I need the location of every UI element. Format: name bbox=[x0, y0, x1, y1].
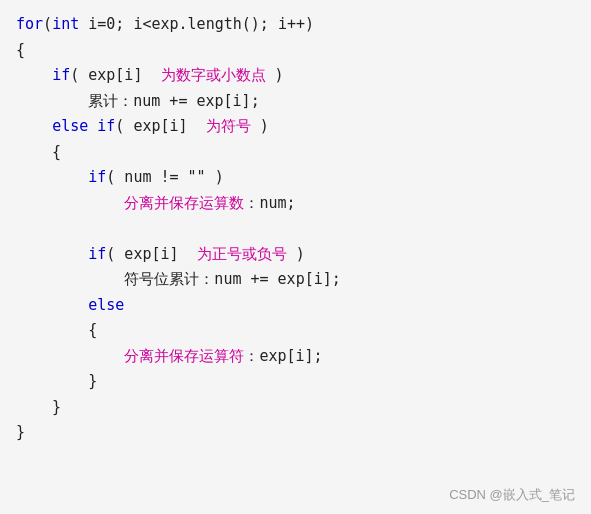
keyword-if-1: if bbox=[52, 66, 70, 84]
code-line-17: } bbox=[16, 420, 575, 446]
code-line-9 bbox=[16, 216, 575, 242]
code-line-7: if( num != "" ) bbox=[16, 165, 575, 191]
code-line-12: else bbox=[16, 293, 575, 319]
code-line-10: if( exp[i] 为正号或负号 ) bbox=[16, 242, 575, 268]
code-line-6: { bbox=[16, 140, 575, 166]
code-container: for(int i=0; i<exp.length(); i++) { if( … bbox=[0, 0, 591, 514]
code-block: for(int i=0; i<exp.length(); i++) { if( … bbox=[16, 12, 575, 446]
keyword-if-2: if bbox=[97, 117, 115, 135]
code-line-15: } bbox=[16, 369, 575, 395]
code-line-14: 分离并保存运算符：exp[i]; bbox=[16, 344, 575, 370]
code-line-3: if( exp[i] 为数字或小数点 ) bbox=[16, 63, 575, 89]
keyword-int: int bbox=[52, 15, 79, 33]
comment-digit: 为数字或小数点 bbox=[161, 66, 266, 84]
watermark: CSDN @嵌入式_笔记 bbox=[449, 486, 575, 504]
code-line-2: { bbox=[16, 38, 575, 64]
code-line-5: else if( exp[i] 为符号 ) bbox=[16, 114, 575, 140]
code-line-4: 累计：num += exp[i]; bbox=[16, 89, 575, 115]
comment-save-op: 分离并保存运算符 bbox=[124, 347, 244, 365]
keyword-if-3: if bbox=[88, 168, 106, 186]
code-line-16: } bbox=[16, 395, 575, 421]
code-line-1: for(int i=0; i<exp.length(); i++) bbox=[16, 12, 575, 38]
comment-save-num: 分离并保存运算数 bbox=[124, 194, 244, 212]
keyword-else: else bbox=[88, 296, 124, 314]
code-line-13: { bbox=[16, 318, 575, 344]
comment-symbol: 为符号 bbox=[206, 117, 251, 135]
keyword-for: for bbox=[16, 15, 43, 33]
keyword-if-4: if bbox=[88, 245, 106, 263]
code-line-8: 分离并保存运算数：num; bbox=[16, 191, 575, 217]
keyword-else-if: else bbox=[52, 117, 88, 135]
comment-sign: 为正号或负号 bbox=[197, 245, 287, 263]
code-line-11: 符号位累计：num += exp[i]; bbox=[16, 267, 575, 293]
